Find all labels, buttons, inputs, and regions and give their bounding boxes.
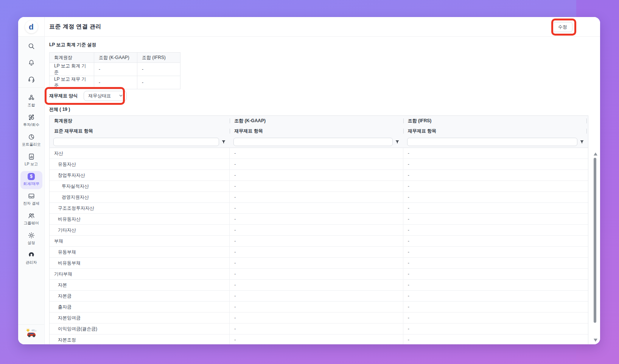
app-logo[interactable]: d <box>25 20 38 33</box>
logo-area: d <box>18 17 44 37</box>
sub-header-standard-item: 표준 재무제표 항목 <box>50 126 230 136</box>
sidebar-item-label: 조합 <box>28 103 35 108</box>
sidebar-item-label: 포트폴리오 <box>22 142 41 147</box>
ifrs-cell: - <box>403 159 588 170</box>
kgaap-cell: - <box>230 214 403 224</box>
table-row: 이익잉여금(결손금)-- <box>50 324 588 334</box>
lp-section-title: LP 보고 회계 기준 설정 <box>49 42 96 48</box>
kgaap-cell: - <box>230 203 403 213</box>
table-row: 기타자산-- <box>50 225 588 236</box>
lp-table-row: LP 보고 회계 기준-- <box>50 63 180 76</box>
ifrs-cell: - <box>403 313 588 323</box>
standard-item-cell: 경영지원자산 <box>50 192 230 202</box>
ifrs-cell: - <box>403 302 588 312</box>
scroll-up-arrow[interactable] <box>594 152 597 156</box>
sidebar-item-LP-보고[interactable]: LP 보고 <box>20 151 42 170</box>
accounting-icon: $ <box>28 173 35 180</box>
lp-row-label: LP 보고 재무 기준 <box>50 76 94 89</box>
standard-item-cell: 투자실적자산 <box>50 181 230 191</box>
sidebar-item-label: 설정 <box>28 240 35 246</box>
sidebar-item-투자-회수[interactable]: 투자/회수 <box>20 112 42 130</box>
sidebar-utility-icons <box>18 37 44 88</box>
sidebar-item-회계-재무[interactable]: $회계/재무 <box>20 171 42 189</box>
standard-item-cell: 유동부채 <box>50 247 230 257</box>
sub-header-ifrs-item: 재무제표 항목 <box>403 126 588 136</box>
sidebar-item-조합[interactable]: 조합 <box>20 92 42 110</box>
kgaap-cell: - <box>230 192 403 202</box>
table-row: 자본잉여금-- <box>50 313 588 324</box>
ifrs-cell: - <box>403 324 588 334</box>
table-row: 자본조정-- <box>50 334 588 344</box>
standard-item-cell: 자본 <box>50 280 230 290</box>
page-title: 표준 계정 연결 관리 <box>49 23 101 30</box>
portfolio-icon <box>28 133 35 141</box>
standard-item-cell: 창업투자자산 <box>50 170 230 180</box>
sidebar-item-전자-결제[interactable]: 전자 결제 <box>20 191 42 209</box>
search-icon[interactable] <box>27 42 36 50</box>
lp-kgaap-value: - <box>94 76 137 89</box>
lp-col-header: 조합 (IFRS) <box>137 53 180 63</box>
statement-format-row: 재무제표 양식 재무상태표 <box>49 91 127 101</box>
scrollbar-thumb[interactable] <box>594 158 596 323</box>
sidebar-footer <box>18 324 44 344</box>
kgaap-cell: - <box>230 291 403 301</box>
scroll-down-arrow[interactable] <box>594 339 597 342</box>
sidebar-item-label: 전자 결제 <box>23 201 39 206</box>
lp-standards-table: 회계원장 조합 (K-GAAP) 조합 (IFRS) LP 보고 회계 기준--… <box>49 52 180 89</box>
table-row: 자산-- <box>50 148 588 159</box>
kgaap-cell: - <box>230 170 403 180</box>
standard-item-cell: 자본금 <box>50 291 230 301</box>
filter-funnel-icon[interactable] <box>219 138 228 146</box>
standard-item-cell: 이익잉여금(결손금) <box>50 324 230 334</box>
sub-header-row: 표준 재무제표 항목 재무제표 항목 재무제표 항목 <box>50 126 588 136</box>
sidebar-item-관리자[interactable]: 관리자 <box>20 250 42 268</box>
filter-input-standard[interactable] <box>53 138 219 146</box>
car-mascot-avatar[interactable] <box>26 328 37 339</box>
lp-report-icon <box>28 153 35 160</box>
lp-table-row: LP 보고 재무 기준-- <box>50 76 180 89</box>
statement-format-select[interactable]: 재무상태표 <box>84 91 127 101</box>
settings-icon <box>28 232 35 239</box>
standard-item-cell: 자본조정 <box>50 334 230 344</box>
filter-input-kgaap[interactable] <box>233 138 392 146</box>
total-count-label: 전체 ( 19 ) <box>49 106 70 113</box>
statement-format-value: 재무상태표 <box>88 93 111 99</box>
page-header: 표준 계정 연결 관리 <box>45 17 600 37</box>
filter-input-ifrs[interactable] <box>407 138 577 146</box>
sidebar-item-그룹웨어[interactable]: 그룹웨어 <box>20 210 42 229</box>
filter-funnel-icon[interactable] <box>393 138 402 146</box>
kgaap-cell: - <box>230 302 403 312</box>
sidebar-item-label: 그룹웨어 <box>24 221 39 226</box>
table-row: 비유동자산-- <box>50 214 588 225</box>
invest-icon <box>28 114 35 121</box>
table-row: 투자실적자산-- <box>50 181 588 192</box>
kgaap-cell: - <box>230 334 403 344</box>
filter-funnel-icon[interactable] <box>577 138 586 146</box>
ifrs-cell: - <box>403 148 588 159</box>
ifrs-cell: - <box>403 236 588 246</box>
ifrs-cell: - <box>403 181 588 191</box>
kgaap-cell: - <box>230 269 403 279</box>
headset-icon[interactable] <box>27 75 36 84</box>
sidebar-item-설정[interactable]: 설정 <box>20 230 42 248</box>
bell-icon[interactable] <box>27 59 36 67</box>
lp-col-header: 조합 (K-GAAP) <box>94 53 137 63</box>
ifrs-cell: - <box>403 203 588 213</box>
ifrs-cell: - <box>403 247 588 257</box>
sidebar-item-label: 관리자 <box>26 260 37 265</box>
union-icon <box>28 94 35 101</box>
edit-button[interactable]: 수정 <box>553 22 572 32</box>
account-mapping-table: 회계원장 조합 (K-GAAP) 조합 (IFRS) 표준 재무제표 항목 재무… <box>49 115 588 344</box>
standard-item-cell: 비유동부채 <box>50 258 230 268</box>
standard-item-cell: 비유동자산 <box>50 214 230 224</box>
ifrs-cell: - <box>403 334 588 344</box>
ifrs-cell: - <box>403 214 588 224</box>
standard-item-cell: 자본잉여금 <box>50 313 230 323</box>
kgaap-cell: - <box>230 181 403 191</box>
table-body: 자산--유동자산--창업투자자산--투자실적자산--경영지원자산--구조조정투자… <box>50 148 588 344</box>
standard-item-cell: 구조조정투자자산 <box>50 203 230 213</box>
kgaap-cell: - <box>230 236 403 246</box>
kgaap-cell: - <box>230 258 403 268</box>
table-row: 기타부채-- <box>50 269 588 280</box>
sidebar-item-포트폴리오[interactable]: 포트폴리오 <box>20 132 42 150</box>
